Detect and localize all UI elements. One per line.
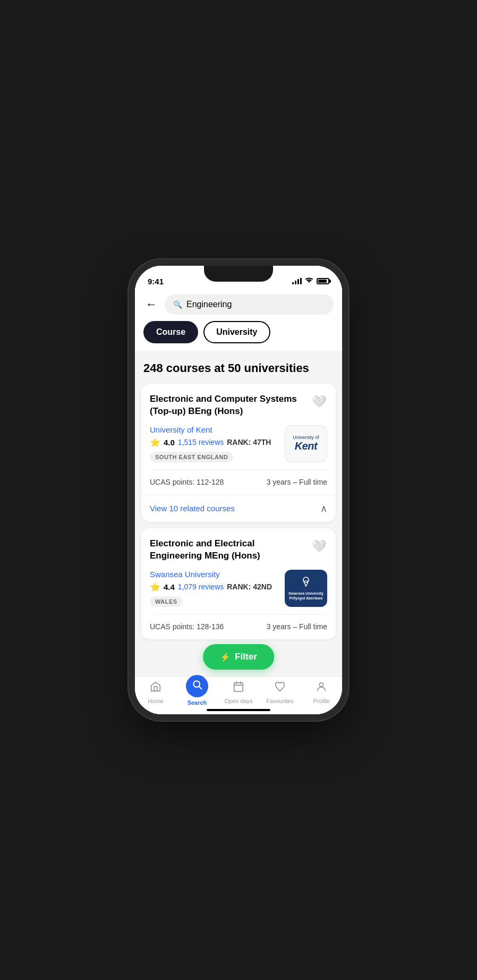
star-icon-1: ⭐ [150, 437, 160, 447]
uni-info-row-2: Swansea University ⭐ 4.4 1,079 reviews R… [150, 570, 327, 607]
ucas-points-2: UCAS points: 128-136 [150, 622, 224, 631]
svg-point-7 [319, 682, 323, 686]
svg-point-0 [303, 577, 309, 582]
search-nav-icon [192, 679, 202, 692]
card-main-2: Electronic and Electrical Engineering ME… [141, 528, 336, 639]
svg-line-2 [199, 687, 201, 689]
filter-icon: ⚡ [220, 652, 231, 662]
tab-university[interactable]: University [203, 321, 270, 343]
location-badge-2: WALES [150, 596, 183, 607]
wifi-icon [305, 277, 313, 285]
heart-icon-1: 🤍 [312, 395, 326, 409]
battery-icon [317, 278, 329, 284]
favourite-button-1[interactable]: 🤍 [310, 393, 327, 410]
search-label: Search [188, 699, 207, 706]
card-title-row-2: Electronic and Electrical Engineering ME… [150, 538, 327, 562]
search-icon: 🔍 [173, 300, 182, 309]
rating-num-2: 4.4 [164, 582, 175, 592]
course-title-2: Electronic and Electrical Engineering ME… [150, 538, 310, 562]
nav-item-open-days[interactable]: Open days [218, 681, 259, 704]
swansea-logo-text: Swansea UniversityPrifysgol Abertawe [288, 591, 323, 601]
course-meta-1: UCAS points: 112-128 3 years – Full time [150, 470, 327, 486]
uni-info-row-1: University of Kent ⭐ 4.0 1,515 reviews R… [150, 425, 327, 462]
nav-item-search[interactable]: Search [176, 679, 218, 706]
uni-logo-1: University of Kent [285, 425, 327, 462]
card-main-1: Electronic and Computer Systems (Top-up)… [141, 384, 336, 495]
filter-tabs: Course University [135, 321, 342, 351]
kent-uni-of: University of [293, 435, 319, 440]
favourites-label: Favourites [266, 698, 293, 704]
search-bar[interactable]: 🔍 Engineering [165, 294, 334, 315]
course-card-1: Electronic and Computer Systems (Top-up)… [141, 384, 336, 522]
ucas-points-1: UCAS points: 112-128 [150, 478, 224, 486]
nav-item-profile[interactable]: Profile [301, 681, 342, 704]
filter-fab[interactable]: ⚡ Filter [203, 644, 274, 670]
duration-1: 3 years – Full time [267, 478, 327, 486]
kent-name: Kent [293, 440, 319, 452]
svg-point-1 [193, 681, 200, 687]
back-button[interactable]: ← [143, 295, 159, 314]
course-title-1: Electronic and Computer Systems (Top-up)… [150, 393, 310, 418]
reviews-link-2[interactable]: 1,079 reviews [178, 582, 224, 591]
filter-label: Filter [235, 652, 257, 662]
results-count: 248 courses at 50 universities [143, 361, 334, 375]
status-icons [292, 277, 329, 285]
tab-course[interactable]: Course [143, 321, 198, 343]
rating-row-1: ⭐ 4.0 1,515 reviews RANK: 47TH [150, 437, 285, 447]
top-bar: ← 🔍 Engineering [135, 289, 342, 321]
rating-num-1: 4.0 [164, 438, 175, 447]
uni-details-1: University of Kent ⭐ 4.0 1,515 reviews R… [150, 425, 285, 462]
scroll-content[interactable]: 248 courses at 50 universities Electroni… [135, 351, 342, 676]
open-days-icon [233, 681, 244, 696]
uni-details-2: Swansea University ⭐ 4.4 1,079 reviews R… [150, 570, 285, 607]
signal-icon [292, 278, 302, 284]
uni-name-link-1[interactable]: University of Kent [150, 425, 285, 434]
favourite-button-2[interactable]: 🤍 [310, 538, 327, 555]
related-courses-link-1[interactable]: View 10 related courses [150, 504, 235, 513]
home-label: Home [148, 698, 163, 704]
course-card-2: Electronic and Electrical Engineering ME… [141, 528, 336, 639]
search-bubble[interactable] [186, 675, 208, 697]
related-courses-row-1[interactable]: View 10 related courses ∧ [141, 495, 336, 522]
status-time: 9:41 [148, 277, 164, 286]
svg-rect-3 [234, 682, 243, 691]
rating-row-2: ⭐ 4.4 1,079 reviews RANK: 42ND [150, 582, 285, 592]
course-meta-2: UCAS points: 128-136 3 years – Full time [150, 614, 327, 631]
search-input[interactable]: Engineering [186, 300, 325, 309]
swansea-crest-icon [300, 576, 312, 590]
profile-icon [316, 681, 327, 696]
nav-item-favourites[interactable]: Favourites [259, 681, 301, 704]
rank-text-2: RANK: 42ND [227, 582, 272, 591]
location-badge-1: SOUTH EAST ENGLAND [150, 452, 233, 462]
duration-2: 3 years – Full time [267, 622, 327, 631]
home-icon [150, 681, 161, 696]
card-title-row-1: Electronic and Computer Systems (Top-up)… [150, 393, 327, 418]
chevron-up-icon-1: ∧ [320, 503, 327, 514]
results-header: 248 courses at 50 universities [135, 351, 342, 384]
star-icon-2: ⭐ [150, 582, 160, 592]
open-days-label: Open days [224, 698, 252, 704]
uni-name-link-2[interactable]: Swansea University [150, 570, 285, 579]
favourites-icon [274, 681, 286, 696]
reviews-link-1[interactable]: 1,515 reviews [178, 438, 224, 446]
nav-item-home[interactable]: Home [135, 681, 176, 704]
heart-icon-2: 🤍 [312, 539, 326, 553]
profile-label: Profile [313, 698, 329, 704]
rank-text-1: RANK: 47TH [227, 438, 271, 446]
uni-logo-2: Swansea UniversityPrifysgol Abertawe [285, 570, 327, 607]
